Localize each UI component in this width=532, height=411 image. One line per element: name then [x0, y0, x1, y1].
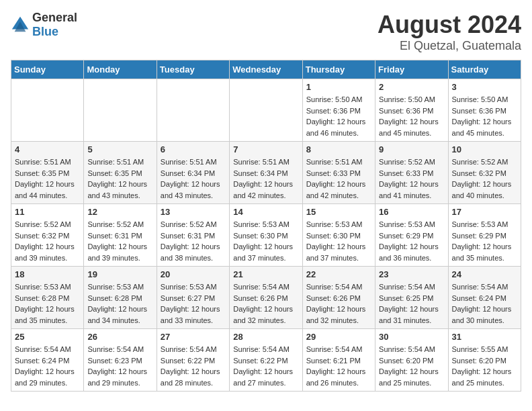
cell-info: Sunrise: 5:53 AMSunset: 6:28 PMDaylight:… — [87, 281, 152, 326]
sunrise-text: Sunrise: 5:54 AM — [161, 344, 226, 355]
weekday-header: Thursday — [302, 60, 375, 79]
sunrise-text: Sunrise: 5:52 AM — [15, 219, 80, 230]
calendar-day-cell: 9Sunrise: 5:52 AMSunset: 6:33 PMDaylight… — [375, 142, 448, 204]
day-number: 17 — [452, 207, 517, 217]
calendar-day-cell: 21Sunrise: 5:54 AMSunset: 6:26 PMDayligh… — [230, 267, 302, 329]
daylight-text: Daylight: 12 hours and 43 minutes. — [161, 179, 226, 201]
sunset-text: Sunset: 6:34 PM — [161, 168, 226, 179]
day-number: 29 — [306, 332, 371, 342]
calendar-day-cell: 6Sunrise: 5:51 AMSunset: 6:34 PMDaylight… — [157, 142, 229, 204]
cell-info: Sunrise: 5:54 AMSunset: 6:24 PMDaylight:… — [15, 344, 80, 388]
day-number: 3 — [452, 82, 517, 92]
calendar-day-cell: 15Sunrise: 5:53 AMSunset: 6:30 PMDayligh… — [302, 204, 375, 267]
sunset-text: Sunset: 6:29 PM — [379, 230, 444, 242]
sunset-text: Sunset: 6:29 PM — [452, 230, 517, 242]
day-number: 20 — [161, 269, 226, 279]
sunset-text: Sunset: 6:33 PM — [306, 168, 371, 179]
cell-info: Sunrise: 5:54 AMSunset: 6:21 PMDaylight:… — [306, 344, 371, 388]
sunrise-text: Sunrise: 5:55 AM — [452, 344, 517, 355]
cell-info: Sunrise: 5:51 AMSunset: 6:34 PMDaylight:… — [233, 156, 298, 201]
cell-info: Sunrise: 5:54 AMSunset: 6:24 PMDaylight:… — [452, 281, 517, 326]
daylight-text: Daylight: 12 hours and 25 minutes. — [379, 366, 444, 388]
sunset-text: Sunset: 6:25 PM — [379, 293, 444, 304]
calendar-day-cell: 20Sunrise: 5:53 AMSunset: 6:27 PMDayligh… — [157, 267, 229, 329]
daylight-text: Daylight: 12 hours and 27 minutes. — [233, 366, 298, 388]
calendar-week-row: 18Sunrise: 5:53 AMSunset: 6:28 PMDayligh… — [11, 267, 521, 329]
title-block: August 2024 El Quetzal, Guatemala — [378, 11, 521, 53]
cell-info: Sunrise: 5:54 AMSunset: 6:25 PMDaylight:… — [379, 281, 444, 326]
day-number: 10 — [452, 144, 517, 154]
daylight-text: Daylight: 12 hours and 45 minutes. — [452, 116, 517, 138]
calendar-week-row: 25Sunrise: 5:54 AMSunset: 6:24 PMDayligh… — [11, 329, 521, 392]
sunset-text: Sunset: 6:21 PM — [306, 355, 371, 367]
calendar-day-cell: 22Sunrise: 5:54 AMSunset: 6:26 PMDayligh… — [302, 267, 375, 329]
sunset-text: Sunset: 6:31 PM — [87, 230, 152, 242]
cell-info: Sunrise: 5:54 AMSunset: 6:22 PMDaylight:… — [233, 344, 298, 388]
day-number: 7 — [233, 144, 298, 154]
logo-general: General — [32, 11, 77, 24]
calendar-day-cell: 29Sunrise: 5:54 AMSunset: 6:21 PMDayligh… — [302, 329, 375, 392]
calendar-day-cell: 10Sunrise: 5:52 AMSunset: 6:32 PMDayligh… — [448, 142, 521, 204]
sunset-text: Sunset: 6:26 PM — [306, 293, 371, 304]
day-number: 30 — [379, 332, 444, 342]
daylight-text: Daylight: 12 hours and 32 minutes. — [233, 304, 298, 326]
calendar-day-cell: 31Sunrise: 5:55 AMSunset: 6:20 PMDayligh… — [448, 329, 521, 392]
sunrise-text: Sunrise: 5:53 AM — [306, 219, 371, 230]
daylight-text: Daylight: 12 hours and 37 minutes. — [306, 241, 371, 263]
weekday-header: Friday — [375, 60, 448, 79]
cell-info: Sunrise: 5:54 AMSunset: 6:23 PMDaylight:… — [87, 344, 152, 388]
sunrise-text: Sunrise: 5:54 AM — [15, 344, 80, 355]
daylight-text: Daylight: 12 hours and 25 minutes. — [452, 366, 517, 388]
calendar-day-cell: 16Sunrise: 5:53 AMSunset: 6:29 PMDayligh… — [375, 204, 448, 267]
weekday-header: Wednesday — [230, 60, 302, 79]
cell-info: Sunrise: 5:50 AMSunset: 6:36 PMDaylight:… — [452, 94, 517, 138]
sunrise-text: Sunrise: 5:53 AM — [161, 281, 226, 293]
weekday-header: Tuesday — [157, 60, 229, 79]
calendar-day-cell: 12Sunrise: 5:52 AMSunset: 6:31 PMDayligh… — [84, 204, 157, 267]
day-number: 16 — [379, 207, 444, 217]
sunrise-text: Sunrise: 5:54 AM — [233, 281, 298, 293]
cell-info: Sunrise: 5:50 AMSunset: 6:36 PMDaylight:… — [306, 94, 371, 138]
daylight-text: Daylight: 12 hours and 39 minutes. — [87, 241, 152, 263]
cell-info: Sunrise: 5:53 AMSunset: 6:29 PMDaylight:… — [379, 219, 444, 263]
sunset-text: Sunset: 6:34 PM — [233, 168, 298, 179]
calendar-day-cell: 28Sunrise: 5:54 AMSunset: 6:22 PMDayligh… — [230, 329, 302, 392]
daylight-text: Daylight: 12 hours and 46 minutes. — [306, 116, 371, 138]
sunset-text: Sunset: 6:36 PM — [379, 105, 444, 117]
daylight-text: Daylight: 12 hours and 42 minutes. — [306, 179, 371, 201]
cell-info: Sunrise: 5:52 AMSunset: 6:33 PMDaylight:… — [379, 156, 444, 201]
calendar-day-cell: 19Sunrise: 5:53 AMSunset: 6:28 PMDayligh… — [84, 267, 157, 329]
cell-info: Sunrise: 5:52 AMSunset: 6:32 PMDaylight:… — [452, 156, 517, 201]
sunset-text: Sunset: 6:30 PM — [306, 230, 371, 242]
sunset-text: Sunset: 6:28 PM — [15, 293, 80, 304]
daylight-text: Daylight: 12 hours and 33 minutes. — [161, 304, 226, 326]
daylight-text: Daylight: 12 hours and 41 minutes. — [379, 179, 444, 201]
sunset-text: Sunset: 6:28 PM — [87, 293, 152, 304]
day-number: 25 — [15, 332, 80, 342]
day-number: 31 — [452, 332, 517, 342]
daylight-text: Daylight: 12 hours and 28 minutes. — [161, 366, 226, 388]
day-number: 8 — [306, 144, 371, 154]
sunrise-text: Sunrise: 5:54 AM — [452, 281, 517, 293]
day-number: 4 — [15, 144, 80, 154]
calendar-title: August 2024 — [378, 11, 521, 39]
calendar-day-cell: 5Sunrise: 5:51 AMSunset: 6:35 PMDaylight… — [84, 142, 157, 204]
sunrise-text: Sunrise: 5:52 AM — [379, 156, 444, 168]
daylight-text: Daylight: 12 hours and 34 minutes. — [87, 304, 152, 326]
daylight-text: Daylight: 12 hours and 40 minutes. — [452, 179, 517, 201]
sunset-text: Sunset: 6:31 PM — [161, 230, 226, 242]
cell-info: Sunrise: 5:50 AMSunset: 6:36 PMDaylight:… — [379, 94, 444, 138]
cell-info: Sunrise: 5:55 AMSunset: 6:20 PMDaylight:… — [452, 344, 517, 388]
day-number: 9 — [379, 144, 444, 154]
day-number: 19 — [87, 269, 152, 279]
cell-info: Sunrise: 5:53 AMSunset: 6:27 PMDaylight:… — [161, 281, 226, 326]
day-number: 21 — [233, 269, 298, 279]
sunset-text: Sunset: 6:22 PM — [161, 355, 226, 367]
day-number: 11 — [15, 207, 80, 217]
day-number: 18 — [15, 269, 80, 279]
daylight-text: Daylight: 12 hours and 32 minutes. — [306, 304, 371, 326]
calendar-subtitle: El Quetzal, Guatemala — [378, 39, 521, 53]
day-number: 26 — [87, 332, 152, 342]
weekday-header: Monday — [84, 60, 157, 79]
sunrise-text: Sunrise: 5:53 AM — [233, 219, 298, 230]
